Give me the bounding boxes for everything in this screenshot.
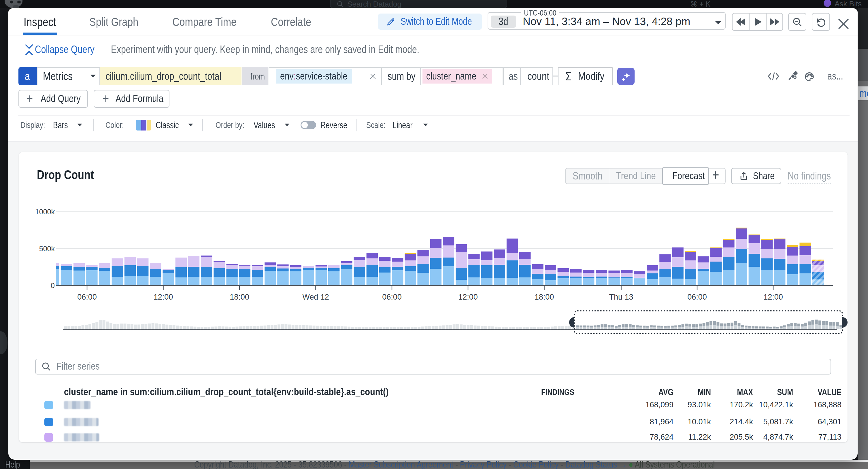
svg-text:500k: 500k [39,245,55,253]
svg-text:0: 0 [51,281,55,289]
svg-text:1000k: 1000k [35,208,55,216]
svg-text:06:00: 06:00 [382,293,402,301]
svg-text:Wed 12: Wed 12 [302,293,329,301]
svg-text:06:00: 06:00 [687,293,707,301]
svg-text:18:00: 18:00 [230,293,249,301]
svg-text:12:00: 12:00 [154,293,173,301]
svg-text:12:00: 12:00 [458,293,478,301]
svg-text:18:00: 18:00 [534,293,554,301]
svg-text:12:00: 12:00 [764,293,783,301]
svg-text:06:00: 06:00 [77,293,97,301]
svg-text:Thu 13: Thu 13 [609,293,633,301]
